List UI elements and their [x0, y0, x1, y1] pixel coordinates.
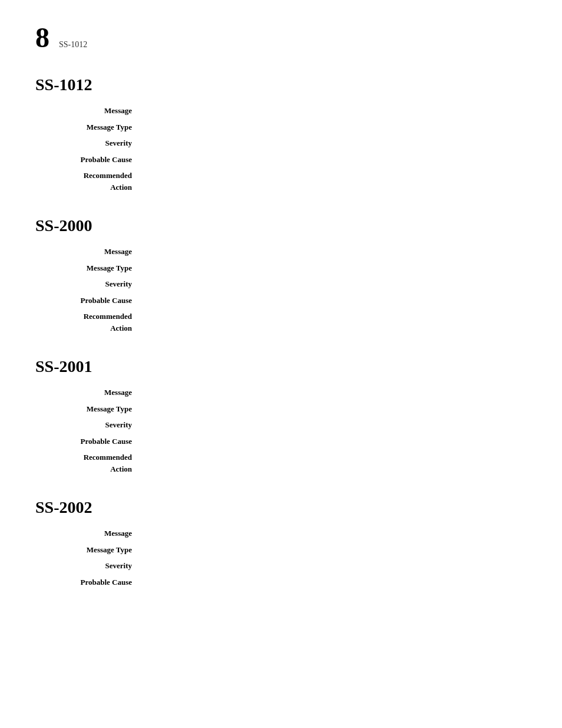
field-value-ss-1012-1: [141, 121, 527, 133]
field-value-ss-1012-2: [141, 137, 527, 149]
field-label-ss-2000-0: Message: [47, 246, 141, 258]
field-label-ss-2000-4: RecommendedAction: [47, 311, 141, 334]
field-row-ss-2002-1: Message Type: [35, 544, 527, 556]
section-ss-2002: SS-2002MessageMessage TypeSeverityProbab…: [35, 498, 527, 588]
field-row-ss-2001-3: Probable Cause: [35, 436, 527, 447]
field-value-ss-2001-2: [141, 419, 527, 431]
field-row-ss-1012-0: Message: [35, 105, 527, 117]
field-label-ss-1012-0: Message: [47, 105, 141, 117]
field-value-ss-2001-1: [141, 403, 527, 415]
field-label-ss-2001-3: Probable Cause: [47, 436, 141, 447]
page-subtitle: SS-1012: [59, 40, 87, 50]
field-label-ss-2000-2: Severity: [47, 278, 141, 290]
field-value-ss-2002-2: [141, 560, 527, 572]
page-header: 8 SS-1012: [35, 24, 527, 52]
field-row-ss-2000-4: RecommendedAction: [35, 311, 527, 334]
field-row-ss-2001-0: Message: [35, 387, 527, 398]
page-number: 8: [35, 24, 49, 52]
field-label-ss-2002-1: Message Type: [47, 544, 141, 556]
field-row-ss-1012-2: Severity: [35, 137, 527, 149]
field-label-ss-2001-2: Severity: [47, 419, 141, 431]
section-title-ss-2000: SS-2000: [35, 216, 527, 235]
field-row-ss-2000-2: Severity: [35, 278, 527, 290]
field-value-ss-2002-1: [141, 544, 527, 556]
field-value-ss-2000-4: [141, 311, 527, 334]
field-value-ss-1012-3: [141, 154, 527, 166]
section-ss-2001: SS-2001MessageMessage TypeSeverityProbab…: [35, 357, 527, 475]
field-row-ss-2002-0: Message: [35, 528, 527, 539]
section-ss-2000: SS-2000MessageMessage TypeSeverityProbab…: [35, 216, 527, 334]
field-label-ss-1012-4: RecommendedAction: [47, 170, 141, 193]
field-value-ss-2002-0: [141, 528, 527, 539]
field-label-ss-2002-0: Message: [47, 528, 141, 539]
field-row-ss-1012-1: Message Type: [35, 121, 527, 133]
field-row-ss-2001-1: Message Type: [35, 403, 527, 415]
field-label-ss-2000-1: Message Type: [47, 262, 141, 274]
sections-container: SS-1012MessageMessage TypeSeverityProbab…: [35, 75, 527, 588]
field-value-ss-2002-3: [141, 577, 527, 588]
field-row-ss-2002-3: Probable Cause: [35, 577, 527, 588]
field-row-ss-2002-2: Severity: [35, 560, 527, 572]
field-row-ss-1012-3: Probable Cause: [35, 154, 527, 166]
field-label-ss-2002-2: Severity: [47, 560, 141, 572]
field-value-ss-1012-0: [141, 105, 527, 117]
field-value-ss-2001-0: [141, 387, 527, 398]
field-row-ss-2000-3: Probable Cause: [35, 295, 527, 307]
field-label-ss-2001-4: RecommendedAction: [47, 452, 141, 475]
field-label-ss-2001-1: Message Type: [47, 403, 141, 415]
field-label-ss-1012-3: Probable Cause: [47, 154, 141, 166]
field-label-ss-2000-3: Probable Cause: [47, 295, 141, 307]
section-title-ss-1012: SS-1012: [35, 75, 527, 94]
field-row-ss-2001-2: Severity: [35, 419, 527, 431]
section-title-ss-2002: SS-2002: [35, 498, 527, 517]
field-row-ss-2000-1: Message Type: [35, 262, 527, 274]
field-label-ss-1012-2: Severity: [47, 137, 141, 149]
field-value-ss-2001-3: [141, 436, 527, 447]
field-value-ss-2000-3: [141, 295, 527, 307]
field-value-ss-2000-2: [141, 278, 527, 290]
section-ss-1012: SS-1012MessageMessage TypeSeverityProbab…: [35, 75, 527, 193]
field-label-ss-2001-0: Message: [47, 387, 141, 398]
section-title-ss-2001: SS-2001: [35, 357, 527, 376]
field-value-ss-2000-0: [141, 246, 527, 258]
field-value-ss-2000-1: [141, 262, 527, 274]
field-row-ss-2000-0: Message: [35, 246, 527, 258]
field-row-ss-1012-4: RecommendedAction: [35, 170, 527, 193]
field-label-ss-2002-3: Probable Cause: [47, 577, 141, 588]
field-row-ss-2001-4: RecommendedAction: [35, 452, 527, 475]
field-label-ss-1012-1: Message Type: [47, 121, 141, 133]
field-value-ss-2001-4: [141, 452, 527, 475]
field-value-ss-1012-4: [141, 170, 527, 193]
